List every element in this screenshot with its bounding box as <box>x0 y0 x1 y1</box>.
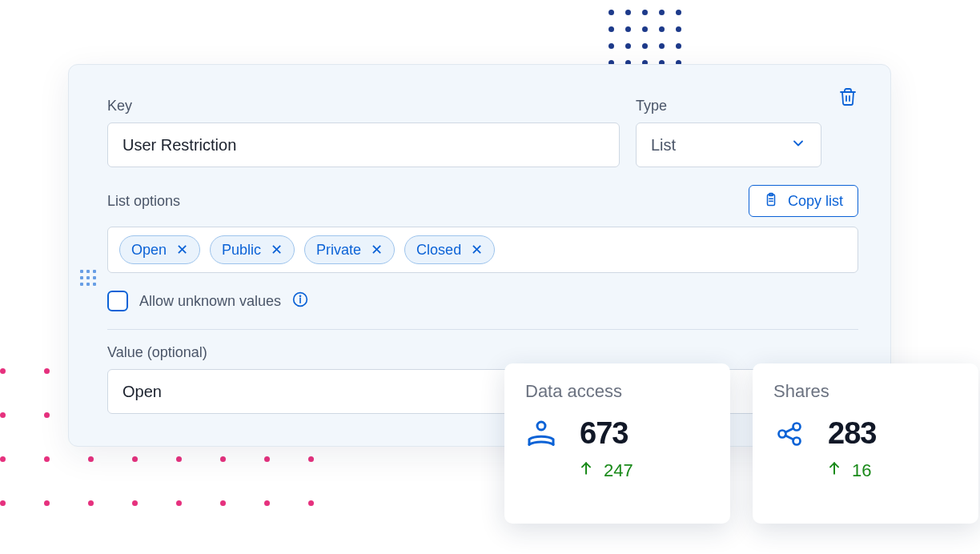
value-input[interactable] <box>107 369 858 414</box>
key-label: Key <box>107 98 620 114</box>
type-label: Type <box>636 98 821 114</box>
close-icon[interactable]: ✕ <box>471 241 483 259</box>
chip-label: Public <box>222 242 261 259</box>
trash-icon[interactable] <box>838 87 858 110</box>
stat-card-shares: Shares 283 16 <box>753 363 978 524</box>
stat-delta-value: 16 <box>852 460 871 481</box>
close-icon[interactable]: ✕ <box>371 241 383 259</box>
key-input[interactable] <box>107 122 620 167</box>
list-options-label: List options <box>107 193 180 210</box>
chip-public: Public ✕ <box>210 235 295 264</box>
chip-closed: Closed ✕ <box>404 235 495 264</box>
drag-handle-icon[interactable] <box>80 270 96 286</box>
value-label: Value (optional) <box>107 344 858 361</box>
stat-delta-value: 247 <box>604 460 633 481</box>
svg-point-9 <box>779 430 786 437</box>
share-icon <box>773 418 805 450</box>
stat-value: 673 <box>580 416 628 451</box>
chip-label: Open <box>131 242 167 259</box>
chevron-down-icon <box>790 135 806 155</box>
allow-unknown-checkbox[interactable] <box>107 291 128 311</box>
decorative-dots-navy <box>608 10 681 66</box>
svg-point-10 <box>793 423 801 430</box>
info-icon[interactable] <box>292 291 308 311</box>
allow-unknown-label: Allow unknown values <box>139 293 281 310</box>
type-dropdown[interactable]: List <box>636 122 821 167</box>
arrow-up-icon <box>826 460 842 481</box>
divider <box>107 329 858 330</box>
chip-label: Closed <box>416 242 461 259</box>
chip-private: Private ✕ <box>304 235 395 264</box>
chip-label: Private <box>316 242 361 259</box>
stat-title: Data access <box>525 381 709 402</box>
chip-open: Open ✕ <box>119 235 200 264</box>
arrow-up-icon <box>578 460 594 481</box>
book-user-icon <box>525 418 557 450</box>
copy-list-button[interactable]: Copy list <box>749 185 858 217</box>
copy-list-label: Copy list <box>788 193 843 210</box>
close-icon[interactable]: ✕ <box>176 241 188 259</box>
stat-title: Shares <box>773 381 958 402</box>
svg-line-12 <box>785 428 793 432</box>
stat-card-data-access: Data access 673 247 <box>504 363 730 524</box>
clipboard-icon <box>764 191 778 211</box>
svg-point-6 <box>300 295 301 296</box>
svg-point-11 <box>793 437 801 444</box>
stat-value: 283 <box>828 416 876 451</box>
type-dropdown-value: List <box>651 136 676 155</box>
svg-line-13 <box>785 435 793 439</box>
svg-point-7 <box>537 422 545 430</box>
list-options-input[interactable]: Open ✕ Public ✕ Private ✕ Closed ✕ <box>107 227 858 273</box>
close-icon[interactable]: ✕ <box>271 241 283 259</box>
